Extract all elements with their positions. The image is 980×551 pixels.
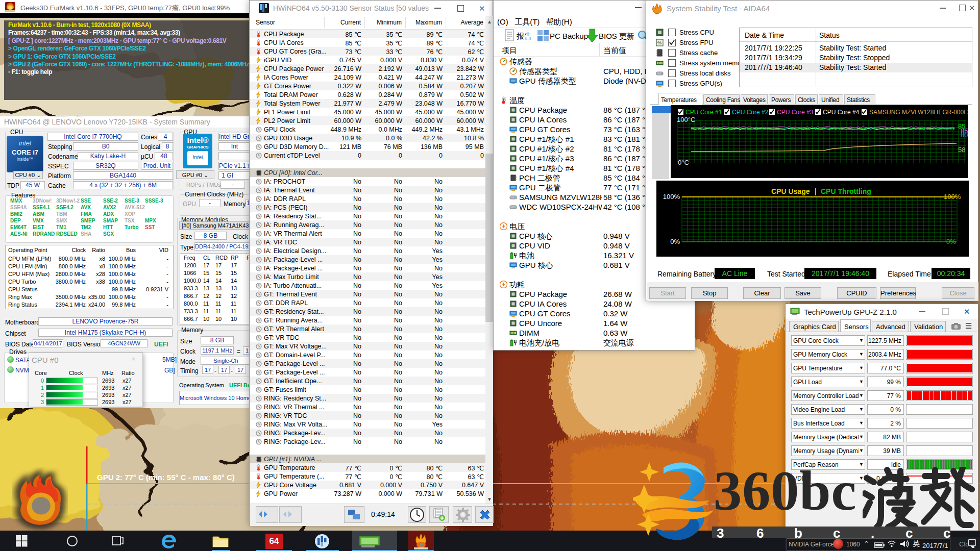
- svg-text:CPU Core #3: CPU Core #3: [777, 109, 814, 116]
- svg-text:CPU Usage: CPU Usage: [771, 187, 810, 195]
- svg-text:100%: 100%: [944, 193, 961, 201]
- svg-text:100%: 100%: [663, 193, 680, 201]
- svg-text:SAMSUNG MZVLW128HEGR-000L2: SAMSUNG MZVLW128HEGR-000L2: [869, 109, 968, 116]
- svg-text:0%: 0%: [670, 238, 680, 245]
- svg-text:100°C: 100°C: [677, 116, 695, 123]
- svg-text:0%: 0%: [946, 238, 956, 245]
- svg-text:CPU Core #2: CPU Core #2: [732, 109, 769, 116]
- svg-text:CPU Core #1: CPU Core #1: [685, 109, 722, 116]
- svg-text:CPU Throttling: CPU Throttling: [821, 187, 871, 195]
- svg-text:%: %: [657, 40, 662, 45]
- svg-text:58: 58: [958, 146, 965, 154]
- svg-text:CPU Core #4: CPU Core #4: [823, 109, 860, 116]
- svg-text:80: 80: [961, 131, 968, 139]
- svg-text:|: |: [815, 187, 817, 195]
- svg-text:0°C: 0°C: [678, 159, 689, 166]
- svg-text:GPU 2: 77° C (min: 55° C - max: GPU 2: 77° C (min: 55° C - max: 80° C): [97, 473, 235, 482]
